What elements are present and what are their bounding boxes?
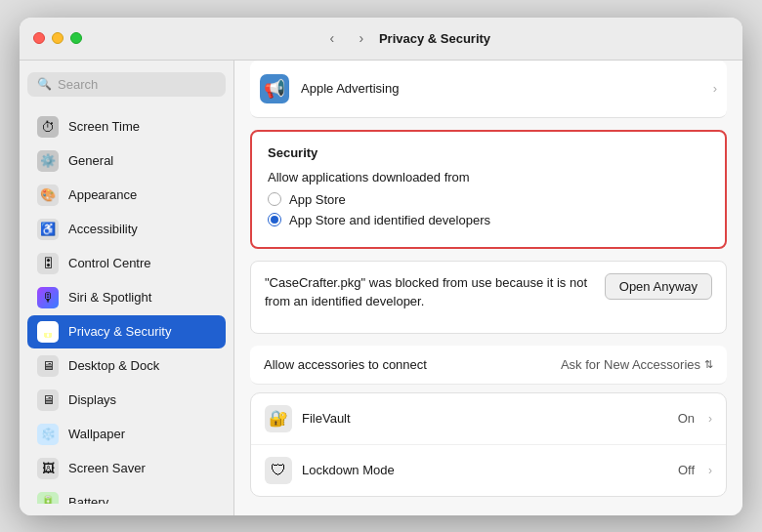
apple-advertising-row[interactable]: 📢 Apple Advertising › xyxy=(250,61,727,118)
grouped-rows: 🔐 FileVault On › 🛡 Lockdown Mode Off › xyxy=(250,392,727,497)
sidebar-label-displays: Displays xyxy=(68,392,116,407)
open-anyway-button[interactable]: Open Anyway xyxy=(605,273,712,300)
sidebar-label-wallpaper: Wallpaper xyxy=(68,427,125,441)
filevault-row[interactable]: 🔐 FileVault On › xyxy=(251,393,726,445)
back-button[interactable]: ‹ xyxy=(320,26,344,50)
appearance-icon: 🎨 xyxy=(37,184,59,206)
sidebar-item-control-centre[interactable]: 🎛 Control Centre xyxy=(27,247,226,280)
siri-spotlight-icon: 🎙 xyxy=(37,287,59,308)
accessories-stepper[interactable]: ⇅ xyxy=(704,358,713,371)
filevault-status: On xyxy=(678,411,695,426)
lockdown-chevron: › xyxy=(708,464,712,477)
sidebar-label-general: General xyxy=(68,153,113,168)
security-title: Security xyxy=(268,145,709,160)
general-icon: ⚙️ xyxy=(37,150,59,172)
sidebar-label-control-centre: Control Centre xyxy=(68,256,151,270)
sidebar-item-desktop-dock[interactable]: 🖥 Desktop & Dock xyxy=(27,349,226,383)
sidebar-item-wallpaper[interactable]: ❄️ Wallpaper xyxy=(27,418,226,451)
sidebar-label-screen-time: Screen Time xyxy=(68,119,140,134)
sidebar-label-appearance: Appearance xyxy=(68,187,137,202)
accessibility-icon: ♿ xyxy=(37,219,59,240)
traffic-lights xyxy=(33,32,82,44)
sidebar-item-battery[interactable]: 🔋 Battery xyxy=(27,486,226,504)
sidebar-item-screen-time[interactable]: ⏱ Screen Time xyxy=(27,110,226,143)
app-store-identified-radio[interactable] xyxy=(268,213,281,226)
app-store-identified-option[interactable]: App Store and identified developers xyxy=(268,213,709,227)
titlebar-center: ‹ › Privacy & Security xyxy=(82,26,729,50)
main-content: 🔍 Search ⏱ Screen Time ⚙️ General 🎨 Appe… xyxy=(20,61,742,515)
wallpaper-icon: ❄️ xyxy=(37,424,59,445)
content-area[interactable]: 📢 Apple Advertising › Security Allow app… xyxy=(234,61,742,515)
filevault-icon: 🔐 xyxy=(265,405,292,432)
apple-advertising-chevron: › xyxy=(713,81,717,96)
app-store-option[interactable]: App Store xyxy=(268,192,709,207)
sidebar-item-appearance[interactable]: 🎨 Appearance xyxy=(27,179,226,212)
filevault-label: FileVault xyxy=(302,411,668,426)
filevault-chevron: › xyxy=(708,412,712,426)
sidebar: 🔍 Search ⏱ Screen Time ⚙️ General 🎨 Appe… xyxy=(20,61,234,515)
app-store-radio[interactable] xyxy=(268,192,281,206)
radio-inner-dot xyxy=(271,216,278,224)
sidebar-item-screen-saver[interactable]: 🖼 Screen Saver xyxy=(27,452,226,485)
sidebar-label-accessibility: Accessibility xyxy=(68,222,138,236)
lockdown-status: Off xyxy=(678,463,695,477)
minimize-button[interactable] xyxy=(52,32,64,44)
sidebar-label-privacy-security: Privacy & Security xyxy=(68,324,171,339)
forward-button[interactable]: › xyxy=(350,26,373,50)
apple-advertising-label: Apple Advertising xyxy=(301,81,701,96)
main-window: ‹ › Privacy & Security 🔍 Search ⏱ Screen… xyxy=(20,18,742,515)
sidebar-item-privacy-security[interactable]: 🔒 Privacy & Security xyxy=(27,315,226,348)
window-title: Privacy & Security xyxy=(379,31,490,46)
sidebar-item-accessibility[interactable]: ♿ Accessibility xyxy=(27,213,226,246)
screen-saver-icon: 🖼 xyxy=(37,458,59,479)
search-bar[interactable]: 🔍 Search xyxy=(27,72,226,97)
search-icon: 🔍 xyxy=(37,77,52,91)
titlebar: ‹ › Privacy & Security xyxy=(20,18,742,61)
sidebar-items: ⏱ Screen Time ⚙️ General 🎨 Appearance ♿ … xyxy=(27,110,226,504)
sidebar-label-battery: Battery xyxy=(68,495,108,504)
blocked-message: Open Anyway "CaseCrafter.pkg" was blocke… xyxy=(250,261,727,334)
sidebar-label-screen-saver: Screen Saver xyxy=(68,461,146,475)
allow-apps-label: Allow applications downloaded from xyxy=(268,170,709,184)
maximize-button[interactable] xyxy=(70,32,82,44)
lockdown-label: Lockdown Mode xyxy=(302,463,668,477)
apple-advertising-icon: 📢 xyxy=(260,74,289,103)
search-placeholder: Search xyxy=(58,77,98,92)
lockdown-icon: 🛡 xyxy=(265,457,292,484)
sidebar-label-desktop-dock: Desktop & Dock xyxy=(68,358,159,373)
displays-icon: 🖥 xyxy=(37,389,59,411)
control-centre-icon: 🎛 xyxy=(37,253,59,274)
lockdown-row[interactable]: 🛡 Lockdown Mode Off › xyxy=(251,445,726,496)
accessories-label: Allow accessories to connect xyxy=(264,357,561,372)
privacy-security-icon: 🔒 xyxy=(37,321,59,343)
close-button[interactable] xyxy=(33,32,45,44)
screen-time-icon: ⏱ xyxy=(37,116,59,138)
accessories-value: Ask for New Accessories xyxy=(561,357,700,372)
security-section: Security Allow applications downloaded f… xyxy=(250,130,727,249)
accessories-row[interactable]: Allow accessories to connect Ask for New… xyxy=(250,346,727,385)
app-store-label: App Store xyxy=(289,192,346,207)
sidebar-item-siri-spotlight[interactable]: 🎙 Siri & Spotlight xyxy=(27,281,226,314)
right-panel: 📢 Apple Advertising › Security Allow app… xyxy=(234,61,742,515)
sidebar-label-siri-spotlight: Siri & Spotlight xyxy=(68,290,151,305)
sidebar-item-displays[interactable]: 🖥 Displays xyxy=(27,384,226,417)
desktop-dock-icon: 🖥 xyxy=(37,355,59,377)
app-store-identified-label: App Store and identified developers xyxy=(289,213,490,227)
battery-icon: 🔋 xyxy=(37,492,59,504)
sidebar-item-general[interactable]: ⚙️ General xyxy=(27,144,226,178)
